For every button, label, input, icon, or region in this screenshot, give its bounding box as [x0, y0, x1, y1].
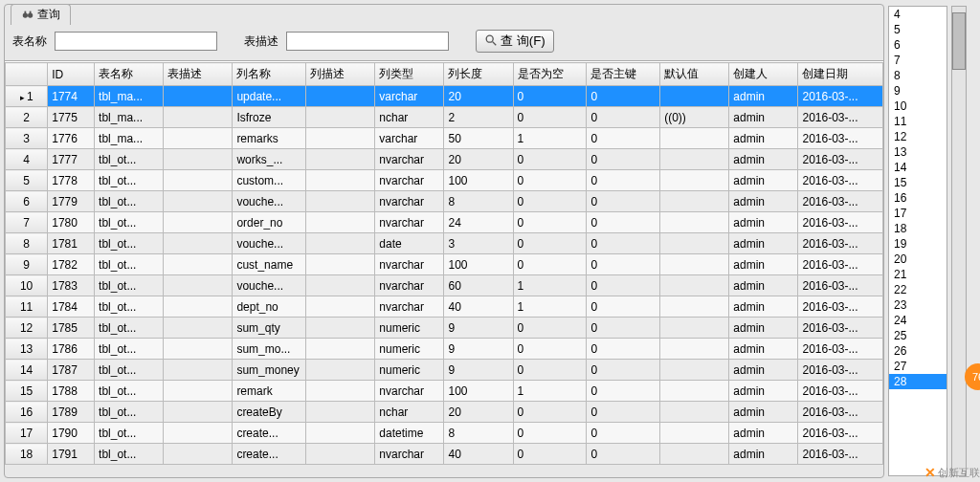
table-row[interactable]: 161789tbl_ot...createBynchar2000admin201…	[6, 402, 883, 423]
table-row[interactable]: 81781tbl_ot...vouche...date300admin2016-…	[6, 233, 883, 254]
cell[interactable]: sum_mo...	[233, 339, 306, 360]
cell[interactable]	[164, 275, 233, 296]
cell[interactable]: 2016-03-...	[798, 275, 883, 296]
col-header[interactable]: 列名称	[233, 63, 306, 86]
cell[interactable]: 1776	[48, 128, 95, 149]
cell[interactable]: 2016-03-...	[798, 191, 883, 212]
cell[interactable]: 1782	[48, 254, 95, 275]
cell[interactable]: create...	[233, 444, 306, 465]
cell[interactable]: tbl_ot...	[95, 212, 164, 233]
sidebar-item[interactable]: 18	[889, 221, 947, 236]
cell[interactable]: 2016-03-...	[798, 86, 883, 107]
sidebar-item[interactable]: 14	[889, 160, 947, 175]
cell[interactable]: 16	[6, 402, 48, 423]
vertical-scrollbar[interactable]	[951, 6, 967, 476]
table-row[interactable]: 171790tbl_ot...create...datetime800admin…	[6, 423, 883, 444]
cell[interactable]: numeric	[375, 360, 444, 381]
col-header[interactable]	[6, 63, 48, 86]
cell[interactable]	[164, 212, 233, 233]
table-row[interactable]: 181791tbl_ot...create...nvarchar4000admi…	[6, 444, 883, 465]
cell[interactable]	[164, 233, 233, 254]
sidebar-item[interactable]: 28	[889, 374, 947, 389]
cell[interactable]: 2016-03-...	[798, 254, 883, 275]
cell[interactable]: sum_money	[233, 360, 306, 381]
cell[interactable]	[164, 170, 233, 191]
cell[interactable]: tbl_ot...	[95, 296, 164, 318]
cell[interactable]	[164, 381, 233, 402]
cell[interactable]: admin	[729, 296, 798, 318]
cell[interactable]: 1	[513, 381, 587, 402]
cell[interactable]: 0	[587, 212, 660, 233]
cell[interactable]: tbl_ma...	[95, 128, 164, 149]
cell[interactable]	[660, 275, 729, 296]
cell[interactable]: 8	[6, 233, 48, 254]
cell[interactable]: 100	[444, 170, 513, 191]
col-header[interactable]: 表描述	[164, 63, 233, 86]
cell[interactable]: 18	[6, 444, 48, 465]
cell[interactable]: 9	[444, 318, 513, 339]
cell[interactable]: 0	[587, 444, 660, 465]
cell[interactable]: remarks	[233, 128, 306, 149]
cell[interactable]: tbl_ot...	[95, 254, 164, 275]
cell[interactable]: 0	[587, 170, 660, 191]
cell[interactable]: 1779	[48, 191, 95, 212]
cell[interactable]: 0	[587, 381, 660, 402]
cell[interactable]: 0	[587, 360, 660, 381]
table-row[interactable]: 21775tbl_ma...Isfrozenchar200((0))admin2…	[6, 107, 883, 128]
cell[interactable]	[660, 128, 729, 149]
cell[interactable]: nvarchar	[375, 254, 444, 275]
cell[interactable]: admin	[729, 339, 798, 360]
sidebar-item[interactable]: 15	[889, 175, 947, 190]
cell[interactable]: datetime	[375, 423, 444, 444]
cell[interactable]: 0	[513, 318, 587, 339]
cell[interactable]: vouche...	[233, 233, 306, 254]
cell[interactable]: 0	[587, 254, 660, 275]
cell[interactable]	[660, 233, 729, 254]
col-header[interactable]: 是否为空	[513, 63, 587, 86]
cell[interactable]: 40	[444, 444, 513, 465]
cell[interactable]: 7	[6, 212, 48, 233]
cell[interactable]: 1786	[48, 339, 95, 360]
cell[interactable]: 1784	[48, 296, 95, 318]
cell[interactable]	[306, 191, 375, 212]
cell[interactable]	[164, 149, 233, 170]
table-row[interactable]: 151788tbl_ot...remarknvarchar10010admin2…	[6, 381, 883, 402]
cell[interactable]: tbl_ma...	[95, 86, 164, 107]
cell[interactable]: nchar	[375, 107, 444, 128]
cell[interactable]: tbl_ot...	[95, 360, 164, 381]
cell[interactable]	[306, 339, 375, 360]
cell[interactable]: 1788	[48, 381, 95, 402]
cell[interactable]: cust_name	[233, 254, 306, 275]
cell[interactable]: tbl_ot...	[95, 423, 164, 444]
cell[interactable]: 0	[587, 233, 660, 254]
table-row[interactable]: 61779tbl_ot...vouche...nvarchar800admin2…	[6, 191, 883, 212]
cell[interactable]: nvarchar	[375, 149, 444, 170]
sidebar-item[interactable]: 24	[889, 313, 947, 328]
cell[interactable]: 0	[513, 402, 587, 423]
notification-badge[interactable]: 76	[965, 363, 980, 390]
cell[interactable]	[306, 128, 375, 149]
cell[interactable]: nvarchar	[375, 212, 444, 233]
cell[interactable]: 0	[513, 423, 587, 444]
cell[interactable]: 14	[6, 360, 48, 381]
cell[interactable]	[660, 296, 729, 318]
cell[interactable]: 0	[587, 423, 660, 444]
cell[interactable]: varchar	[375, 86, 444, 107]
cell[interactable]: 2016-03-...	[798, 318, 883, 339]
input-tablename[interactable]	[55, 32, 217, 51]
cell[interactable]	[660, 191, 729, 212]
cell[interactable]: 20	[444, 402, 513, 423]
cell[interactable]: 2016-03-...	[798, 296, 883, 318]
sidebar-item[interactable]: 21	[889, 267, 947, 282]
cell[interactable]	[306, 170, 375, 191]
cell[interactable]: tbl_ma...	[95, 107, 164, 128]
cell[interactable]	[306, 149, 375, 170]
cell[interactable]: 1790	[48, 423, 95, 444]
cell[interactable]: 9	[444, 339, 513, 360]
cell[interactable]: 0	[513, 339, 587, 360]
cell[interactable]: 1	[6, 86, 48, 107]
cell[interactable]: 0	[513, 170, 587, 191]
cell[interactable]: 2016-03-...	[798, 107, 883, 128]
cell[interactable]: 0	[513, 149, 587, 170]
cell[interactable]	[164, 86, 233, 107]
